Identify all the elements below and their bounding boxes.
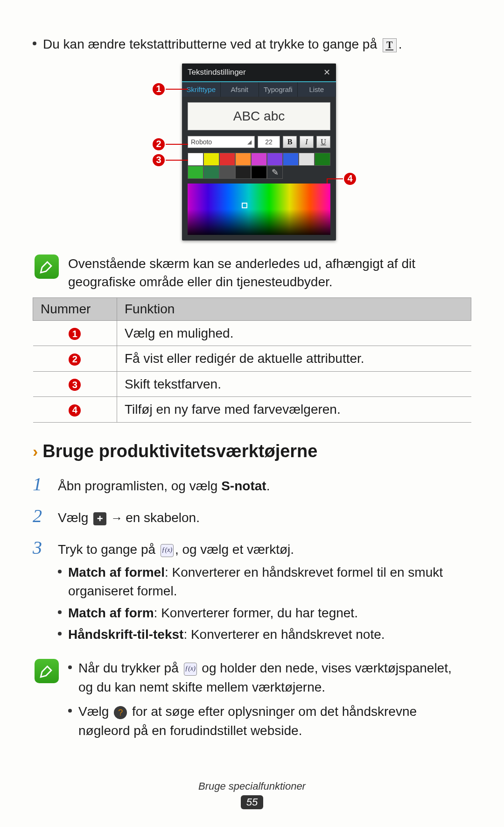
color-swatch[interactable] <box>235 153 251 166</box>
text-preview: ABC abc <box>188 102 330 130</box>
color-swatch[interactable] <box>188 166 203 179</box>
row-badge: 3 <box>68 378 82 392</box>
note-text: Når du trykker på ƒ(x) og holder den ned… <box>68 659 469 749</box>
fx-icon: ƒ(x) <box>161 544 174 557</box>
bullet-dot-icon <box>33 42 36 45</box>
color-swatch[interactable] <box>219 166 235 179</box>
callout-leader <box>166 144 188 145</box>
bullet-dot-icon <box>58 632 62 636</box>
step-text: Tryk to gange på ƒ(x), og vælg et værktø… <box>58 540 471 647</box>
page-number: 55 <box>241 795 263 809</box>
color-swatch[interactable] <box>299 153 315 166</box>
color-swatch[interactable] <box>315 153 330 166</box>
tool-bullet: Match af formel: Konverterer en håndskre… <box>58 563 471 601</box>
table-header-number: Nummer <box>33 297 117 320</box>
note-box: Når du trykker på ƒ(x) og holder den ned… <box>33 659 471 749</box>
color-swatch[interactable] <box>267 153 283 166</box>
color-swatch[interactable] <box>219 153 235 166</box>
note-box: Ovenstående skærm kan se anderledes ud, … <box>33 254 471 291</box>
step-number: 1 <box>33 471 49 498</box>
italic-button[interactable]: I <box>300 136 314 148</box>
dialog-tabs: Skrifttype Afsnit Typografi Liste <box>182 82 336 97</box>
font-select[interactable]: Roboto◢ <box>188 136 255 148</box>
section-heading: › Bruge produktivitetsværktøjerne <box>33 441 471 461</box>
callout-badge-4: 4 <box>343 172 357 186</box>
callout-leader <box>327 178 343 179</box>
bold-button[interactable]: B <box>283 136 297 148</box>
font-row: Roboto◢ 22 B I U <box>182 136 336 153</box>
color-swatch[interactable] <box>251 166 267 179</box>
note-icon <box>35 659 59 683</box>
tab-typography[interactable]: Typografi <box>259 82 298 97</box>
step-text: Åbn programlisten, og vælg S-notat. <box>58 477 471 496</box>
color-swatches: ✎ <box>188 153 330 179</box>
callout-badge-3: 3 <box>152 153 166 167</box>
size-select[interactable]: 22 <box>258 136 280 148</box>
callout-badge-1: 1 <box>152 82 166 96</box>
bullet-dot-icon <box>58 570 62 573</box>
row-badge: 1 <box>68 327 82 341</box>
step-2: 2 Vælg +→en skabelon. <box>33 502 471 530</box>
row-text: Skift tekstfarven. <box>117 371 471 397</box>
tool-bullet: Match af form: Konverterer former, du ha… <box>58 604 471 623</box>
table-header-function: Funktion <box>117 297 471 320</box>
color-swatch[interactable] <box>235 166 251 179</box>
color-swatch[interactable] <box>251 153 267 166</box>
callout-badge-2: 2 <box>152 137 166 151</box>
step-text: Vælg +→en skabelon. <box>58 509 471 528</box>
tab-paragraph[interactable]: Afsnit <box>221 82 259 97</box>
bullet-dot-icon <box>68 665 72 669</box>
table-row: 1 Vælg en mulighed. <box>33 320 471 346</box>
table-row: 3 Skift tekstfarven. <box>33 371 471 397</box>
chevron-right-icon: › <box>33 442 38 460</box>
dialog-title: Tekstindstillinger <box>188 68 246 77</box>
search-globe-icon: ? <box>114 706 127 719</box>
underline-button[interactable]: U <box>316 136 330 148</box>
step-1: 1 Åbn programlisten, og vælg S-notat. <box>33 471 471 498</box>
color-swatch[interactable] <box>203 153 219 166</box>
table-row: 4 Tilføj en ny farve med farvevælgeren. <box>33 397 471 423</box>
row-text: Tilføj en ny farve med farvevælgeren. <box>117 397 471 423</box>
plus-icon: + <box>93 512 106 525</box>
callout-leader <box>166 89 188 90</box>
row-badge: 4 <box>68 403 82 417</box>
step-3: 3 Tryk to gange på ƒ(x), og vælg et værk… <box>33 534 471 647</box>
arrow-right-icon: → <box>111 511 123 525</box>
tab-list[interactable]: Liste <box>298 82 336 97</box>
tool-bullet: Håndskrift-til-tekst: Konverterer en hån… <box>58 625 471 644</box>
color-swatch[interactable] <box>283 153 299 166</box>
dialog-titlebar: Tekstindstillinger ✕ <box>182 64 336 82</box>
callout-leader <box>166 160 188 161</box>
intro-text: Du kan ændre tekstattributterne ved at t… <box>43 35 402 54</box>
close-icon[interactable]: ✕ <box>323 67 330 78</box>
step-number: 3 <box>33 534 49 561</box>
eyedropper-icon[interactable]: ✎ <box>267 166 283 179</box>
intro-bullet: Du kan ændre tekstattributterne ved at t… <box>33 35 471 54</box>
bullet-dot-icon <box>58 610 62 614</box>
text-settings-dialog: Tekstindstillinger ✕ Skrifttype Afsnit T… <box>182 64 336 240</box>
color-swatch[interactable] <box>203 166 219 179</box>
table-row: 2 Få vist eller redigér de aktuelle attr… <box>33 346 471 372</box>
row-badge: 2 <box>68 353 82 367</box>
note-text: Ovenstående skærm kan se anderledes ud, … <box>68 254 469 291</box>
chevron-down-icon: ◢ <box>247 139 252 145</box>
row-text: Få vist eller redigér de aktuelle attrib… <box>117 346 471 372</box>
text-settings-screenshot: 1 2 3 4 Tekstindstillinger ✕ Skrifttype … <box>152 64 352 240</box>
fx-icon: ƒ(x) <box>184 663 197 676</box>
gradient-cursor-icon <box>242 203 247 208</box>
row-text: Vælg en mulighed. <box>117 320 471 346</box>
gradient-picker[interactable] <box>188 184 330 235</box>
footer-section-title: Bruge specialfunktioner <box>0 780 504 792</box>
text-tool-icon: T <box>383 38 397 52</box>
step-number: 2 <box>33 502 49 530</box>
note-icon <box>35 254 59 279</box>
function-table: Nummer Funktion 1 Vælg en mulighed. 2 Få… <box>33 297 471 423</box>
bullet-dot-icon <box>68 709 72 713</box>
page-footer: Bruge specialfunktioner 55 <box>0 780 504 809</box>
color-swatch[interactable] <box>188 153 203 166</box>
